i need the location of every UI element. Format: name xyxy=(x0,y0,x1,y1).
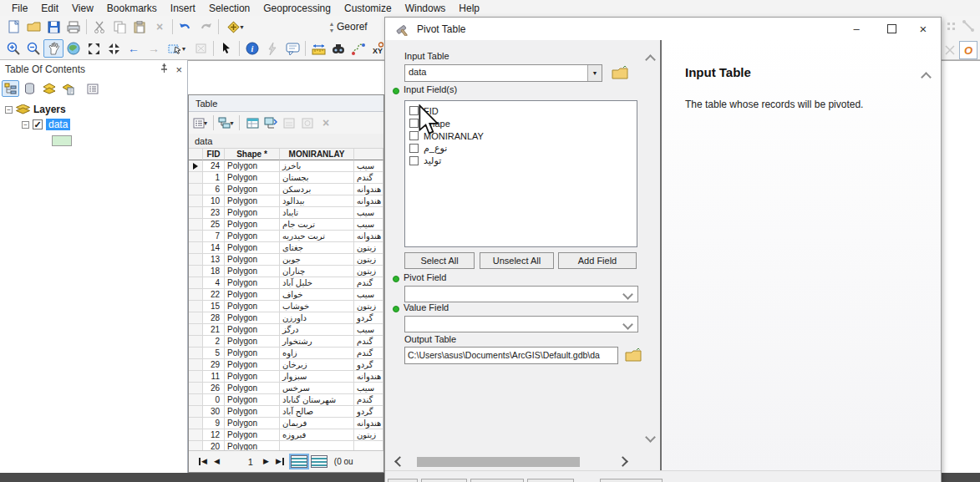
table-row[interactable]: 12Polygonفیروزهزیتون xyxy=(189,429,383,441)
table-options-icon[interactable]: ▼ xyxy=(192,114,209,131)
menu-item-customize[interactable]: Customize xyxy=(338,3,399,14)
table-row[interactable]: 15Polygonخوشابزیتون xyxy=(189,301,383,312)
select-all-button[interactable]: Select All xyxy=(404,252,475,269)
unselect-all-button[interactable]: Unselect All xyxy=(480,252,554,269)
row-selector[interactable] xyxy=(189,289,203,301)
grid-header-row[interactable]: FIDShape *MONIRANLAY xyxy=(189,149,383,160)
column-header[interactable]: MONIRANLAY xyxy=(280,149,354,160)
browse-input-table-button[interactable] xyxy=(609,63,631,83)
menu-item-edit[interactable]: Edit xyxy=(34,3,65,14)
layers-tree-node[interactable]: − Layers xyxy=(5,104,66,115)
menu-item-view[interactable]: View xyxy=(65,3,100,14)
select-elements-icon[interactable] xyxy=(216,39,236,58)
row-selector[interactable] xyxy=(189,312,203,324)
collapse-icon[interactable]: − xyxy=(22,121,29,129)
footer-button-partial[interactable] xyxy=(527,479,574,482)
column-header[interactable] xyxy=(354,149,383,160)
row-selector[interactable] xyxy=(189,429,203,441)
table-row[interactable]: 7Polygonتربت حیدریههندوانه xyxy=(189,231,383,242)
input-table-combo[interactable]: data ▼ xyxy=(404,64,602,82)
field-checkbox-item[interactable]: تولید xyxy=(409,155,637,167)
open-folder-icon[interactable] xyxy=(23,18,43,36)
measure-icon[interactable] xyxy=(308,39,328,58)
last-record-button[interactable]: ▶ xyxy=(276,458,284,465)
row-selector[interactable] xyxy=(189,383,203,394)
row-selector[interactable] xyxy=(189,231,203,242)
cut-icon[interactable] xyxy=(89,18,109,36)
table-row[interactable]: 0Polygonشهرستان گنابادگندم xyxy=(189,394,383,406)
menu-item-file[interactable]: File xyxy=(5,3,34,14)
table-row[interactable]: 22Polygonخوافسیب xyxy=(189,289,383,301)
row-selector[interactable] xyxy=(189,254,203,266)
table-row[interactable]: 6Polygonبردسکنهندوانه xyxy=(189,184,383,195)
toolbar-overflow-handle[interactable]: ▲▼ xyxy=(327,19,337,34)
help-scroll-up-icon[interactable] xyxy=(921,72,932,83)
pin-icon[interactable] xyxy=(160,63,169,75)
toc-options-icon[interactable] xyxy=(84,80,101,97)
row-selector[interactable] xyxy=(189,172,203,184)
table-row[interactable]: 5Polygonزاوهگندم xyxy=(189,348,383,359)
office-o-icon[interactable]: O xyxy=(959,41,977,59)
scroll-up-icon[interactable] xyxy=(645,54,656,65)
scrollbar-thumb[interactable] xyxy=(417,457,580,467)
previous-record-button[interactable]: ◀ xyxy=(214,458,220,465)
layer-visibility-checkbox[interactable]: ✓ xyxy=(33,119,43,129)
row-selector[interactable] xyxy=(189,348,203,359)
table-row[interactable]: 24Polygonباخرزسیب xyxy=(189,160,383,172)
table-row[interactable]: 25Polygonتربت جامسیب xyxy=(189,219,383,231)
field-checkbox[interactable] xyxy=(409,156,419,165)
field-checkbox-item[interactable]: نوع_م xyxy=(409,142,637,155)
row-selector[interactable] xyxy=(189,394,203,406)
add-field-button[interactable]: Add Field xyxy=(558,252,637,269)
footer-button-partial[interactable] xyxy=(470,479,524,482)
pivot-field-combo[interactable] xyxy=(404,286,638,302)
print-icon[interactable] xyxy=(63,18,84,36)
paste-icon[interactable] xyxy=(129,18,150,36)
table-row[interactable]: 10Polygonبیدالودهندوانه xyxy=(189,195,383,207)
list-by-visibility-icon[interactable] xyxy=(40,80,58,97)
layer-data-node[interactable]: − ✓ data xyxy=(22,119,70,130)
output-table-input[interactable]: C:\Users\asus\Documents\ArcGIS\Default.g… xyxy=(404,347,618,364)
menu-item-selection[interactable]: Selection xyxy=(202,3,256,14)
row-selector[interactable] xyxy=(189,324,203,336)
select-by-attributes-icon[interactable] xyxy=(244,114,261,131)
menu-item-help[interactable]: Help xyxy=(452,3,486,14)
row-selector[interactable] xyxy=(189,406,203,418)
switch-selection-icon[interactable] xyxy=(262,114,279,131)
menu-item-windows[interactable]: Windows xyxy=(399,3,453,14)
table-row[interactable]: 11Polygonسبزوارهندوانه xyxy=(189,371,383,383)
table-row[interactable]: 4Polygonخلیل آبادگندم xyxy=(189,277,383,289)
maximize-button[interactable] xyxy=(879,18,904,40)
zoom-to-selected-icon[interactable] xyxy=(281,114,297,131)
html-popup-icon[interactable] xyxy=(282,39,302,58)
row-selector[interactable] xyxy=(189,266,203,277)
horizontal-scrollbar[interactable] xyxy=(394,455,644,468)
close-button[interactable]: × xyxy=(911,18,936,40)
table-row[interactable]: 2Polygonرشتخوارگندم xyxy=(189,336,383,348)
row-selector[interactable] xyxy=(189,207,203,219)
layer-symbol-swatch[interactable] xyxy=(52,135,72,146)
table-row[interactable]: 1Polygonبجستانگندم xyxy=(189,172,383,184)
next-record-button[interactable]: ▶ xyxy=(263,458,269,465)
scroll-right-icon[interactable] xyxy=(617,458,628,465)
full-extent-icon[interactable] xyxy=(63,39,84,58)
hyperlink-icon[interactable] xyxy=(262,39,282,58)
row-selector[interactable] xyxy=(189,242,203,254)
clear-selection-table-icon[interactable] xyxy=(299,114,316,131)
row-selector[interactable] xyxy=(189,277,203,289)
layer-name-selected[interactable]: data xyxy=(46,119,70,130)
scroll-left-icon[interactable] xyxy=(394,458,405,465)
table-row[interactable]: 9Polygonفریمانهندوانه xyxy=(189,418,383,429)
menu-item-bookmarks[interactable]: Bookmarks xyxy=(100,3,164,14)
show-selected-records-button[interactable] xyxy=(311,455,328,468)
value-field-combo[interactable] xyxy=(404,316,638,332)
column-header[interactable]: FID xyxy=(203,149,225,160)
minimize-button[interactable]: – xyxy=(844,18,869,40)
row-selector[interactable] xyxy=(189,301,203,312)
footer-button-partial[interactable] xyxy=(600,479,663,482)
table-row[interactable]: 23Polygonتایبادسیب xyxy=(189,207,383,219)
save-icon[interactable] xyxy=(43,18,63,36)
row-selector[interactable] xyxy=(189,195,203,207)
row-selector[interactable] xyxy=(189,418,203,429)
field-checkbox[interactable] xyxy=(409,144,419,153)
